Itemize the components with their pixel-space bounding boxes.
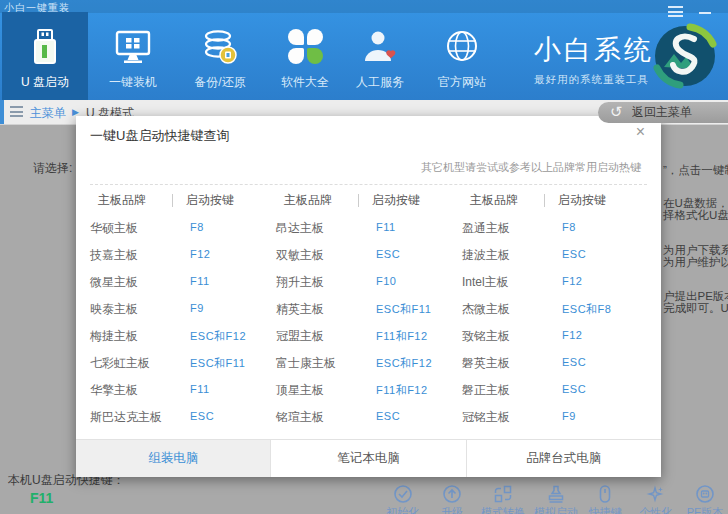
brand-cell: 盈通主板 — [462, 220, 510, 237]
toolbar-item-pe-version[interactable]: PE版本 — [681, 484, 728, 504]
table-row: 冠铭主板F9 — [462, 403, 634, 430]
globe-icon — [443, 28, 481, 66]
table-row: 顶星主板F11和F12 — [276, 376, 448, 403]
breadcrumb-root[interactable]: 主菜单 — [30, 105, 66, 122]
table-row: 杰微主板ESC和F8 — [462, 295, 634, 322]
key-cell: F8 — [562, 221, 576, 233]
toolbar-item-initialize[interactable]: 初始化 — [379, 484, 427, 504]
back-to-main-menu-button[interactable]: ↺ 返回主菜单 — [598, 102, 728, 123]
toolbar-item-label: PE版本 — [675, 505, 728, 514]
tab-brand-desktop[interactable]: 品牌台式电脑 — [466, 440, 661, 477]
minimize-icon[interactable] — [699, 12, 711, 14]
brand-cell: 七彩虹主板 — [90, 355, 150, 372]
select-prompt: 请选择: — [33, 160, 72, 177]
key-cell: ESC — [190, 410, 214, 422]
key-cell: ESC和F12 — [376, 356, 432, 371]
key-header: 启动按键 — [372, 192, 420, 209]
nav-item-usb-boot[interactable]: U 盘启动 — [2, 12, 88, 100]
brand-slogan: 最好用的系统重装工具 — [534, 73, 654, 87]
mouse-icon — [595, 484, 615, 504]
table-row: 精英主板ESC和F11 — [276, 295, 448, 322]
key-cell: F11和F12 — [376, 383, 428, 398]
key-cell: F12 — [562, 329, 582, 341]
key-cell: ESC和F8 — [562, 302, 611, 317]
brand-cell: 富士康主板 — [276, 355, 336, 372]
nav-item-label: 官方网站 — [419, 74, 505, 91]
key-header: 启动按键 — [186, 192, 234, 209]
hotkey-table-column: 主板品牌 启动按键 盈通主板F8捷波主板ESCIntel主板F12杰微主板ESC… — [462, 116, 634, 440]
toolbar-item-label: 模式转换 — [473, 505, 533, 514]
nav-item-support[interactable]: 人工服务 — [337, 12, 423, 100]
key-cell: F12 — [562, 275, 582, 287]
key-cell: F12 — [190, 248, 210, 260]
key-cell: F9 — [562, 410, 576, 422]
key-cell: ESC — [376, 248, 400, 260]
table-row: 华硕主板F8 — [90, 214, 262, 241]
key-header: 启动按键 — [558, 192, 606, 209]
brand-cell: 磐英主板 — [462, 355, 510, 372]
brand-cell: 磐正主板 — [462, 382, 510, 399]
table-row: 技嘉主板F12 — [90, 241, 262, 268]
key-cell: F10 — [376, 275, 396, 287]
toolbar-item-simulate-boot[interactable]: 模拟启动 — [532, 484, 580, 504]
brand-header: 主板品牌 — [284, 192, 332, 209]
key-cell: ESC — [562, 356, 586, 368]
brand-header: 主板品牌 — [470, 192, 518, 209]
table-row: 梅捷主板ESC和F12 — [90, 322, 262, 349]
support-person-icon — [361, 28, 399, 66]
brand-cell: 铭瑄主板 — [276, 409, 324, 426]
nav-item-backup-restore[interactable]: 备份/还原 — [177, 12, 263, 100]
mode-switch-icon — [493, 484, 513, 504]
brand-cell: 华硕主板 — [90, 220, 138, 237]
brand-cell: 昂达主板 — [276, 220, 324, 237]
hamburger-menu-icon[interactable] — [668, 6, 683, 17]
table-header: 主板品牌 启动按键 — [90, 192, 262, 212]
toolbar-item-hotkeys[interactable]: 快捷键 — [581, 484, 629, 504]
header-divider — [544, 194, 545, 207]
check-circle-icon — [393, 484, 413, 504]
background-text-fragment: 为用户维护以 — [663, 255, 728, 270]
table-row: 铭瑄主板ESC — [276, 403, 448, 430]
usb-drive-icon — [26, 28, 64, 66]
nav-item-label: 备份/还原 — [177, 74, 263, 91]
table-row: 斯巴达克主板ESC — [90, 403, 262, 430]
hamburger-menu-icon[interactable] — [10, 106, 23, 117]
table-row: 七彩虹主板ESC和F11 — [90, 349, 262, 376]
key-cell: F8 — [190, 221, 204, 233]
nav-item-official-site[interactable]: 官方网站 — [419, 12, 505, 100]
brand-cell: 技嘉主板 — [90, 247, 138, 264]
brand-cell: 华擎主板 — [90, 382, 138, 399]
nav-item-software-collection[interactable]: 软件大全 — [262, 12, 348, 100]
pe-version-icon — [695, 484, 715, 504]
key-cell: F11 — [190, 275, 210, 287]
toolbar-item-personalize[interactable]: 个性化 — [632, 484, 680, 504]
tab-laptop[interactable]: 笔记本电脑 — [270, 440, 465, 477]
app-header: 小白一键重装 U 盘启动 — [0, 0, 728, 100]
nav-item-one-key-install[interactable]: 一键装机 — [90, 12, 176, 100]
table-row: 致铭主板F12 — [462, 322, 634, 349]
monitor-install-icon — [114, 28, 152, 66]
personalize-star-icon — [646, 484, 666, 504]
table-row: 翔升主板F10 — [276, 268, 448, 295]
toolbar-item-upgrade[interactable]: 升级 — [428, 484, 476, 504]
nav-item-label: 一键装机 — [90, 74, 176, 91]
key-cell: F11 — [376, 221, 396, 233]
brand-cell: 梅捷主板 — [90, 328, 138, 345]
toolbar-item-mode-switch[interactable]: 模式转换 — [479, 484, 527, 504]
background-text-fragment: 完成即可。U盘 — [663, 301, 728, 316]
hotkey-table-column: 主板品牌 启动按键 昂达主板F11双敏主板ESC翔升主板F10精英主板ESC和F… — [276, 116, 448, 440]
brand-name: 小白系统 — [534, 32, 654, 68]
software-grid-icon — [286, 28, 324, 66]
hotkey-table-column: 主板品牌 启动按键 华硕主板F8技嘉主板F12微星主板F11映泰主板F9梅捷主板… — [90, 116, 262, 440]
brand-cell: 冠铭主板 — [462, 409, 510, 426]
tab-assembled-pc[interactable]: 组装电脑 — [76, 440, 270, 477]
key-cell: ESC — [376, 410, 400, 422]
key-cell: ESC — [562, 383, 586, 395]
table-header: 主板品牌 启动按键 — [462, 192, 634, 212]
close-icon[interactable]: × — [636, 124, 645, 140]
key-cell: F11 — [190, 383, 210, 395]
brand-cell: 映泰主板 — [90, 301, 138, 318]
table-row: 冠盟主板F11和F12 — [276, 322, 448, 349]
brand-cell: 杰微主板 — [462, 301, 510, 318]
key-cell: F9 — [190, 302, 204, 314]
